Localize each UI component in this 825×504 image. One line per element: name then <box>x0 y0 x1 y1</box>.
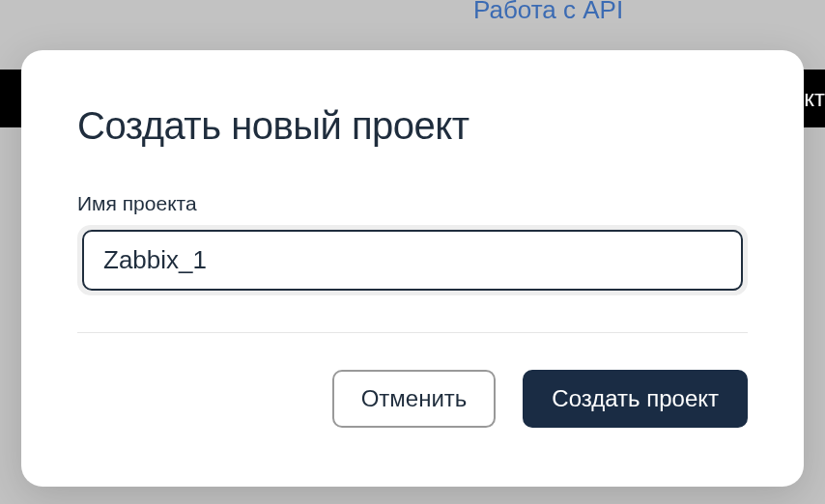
background-api-link: Работа с API <box>473 0 623 25</box>
project-name-input-wrapper <box>77 225 748 295</box>
project-name-label: Имя проекта <box>77 192 748 215</box>
project-name-input[interactable] <box>82 230 743 291</box>
cancel-button[interactable]: Отменить <box>332 370 497 428</box>
modal-title: Создать новый проект <box>77 104 748 148</box>
create-project-button[interactable]: Создать проект <box>523 370 748 428</box>
create-project-modal: Создать новый проект Имя проекта Отменит… <box>21 50 804 487</box>
modal-divider <box>77 332 748 333</box>
modal-button-row: Отменить Создать проект <box>77 370 748 428</box>
